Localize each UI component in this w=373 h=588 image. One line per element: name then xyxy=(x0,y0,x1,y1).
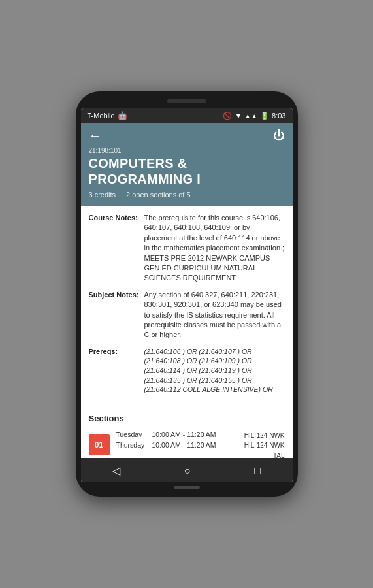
phone-speaker xyxy=(167,99,206,103)
course-meta: 3 credits 2 open sections of 5 xyxy=(89,191,285,199)
phone-frame: T-Mobile 🤖 🚫 ▼ ▲▲ 🔋 8:03 ← ⏻ 21:198:101 … xyxy=(76,91,298,497)
app-header: ← ⏻ 21:198:101 COMPUTERS & PROGRAMMING I… xyxy=(81,123,293,206)
status-right: 🚫 ▼ ▲▲ 🔋 8:03 xyxy=(223,112,285,120)
phone-screen: T-Mobile 🤖 🚫 ▼ ▲▲ 🔋 8:03 ← ⏻ 21:198:101 … xyxy=(81,108,293,482)
carrier-label: T-Mobile xyxy=(88,112,115,120)
section-01-tuesday-room: HIL-124 NWK xyxy=(244,431,285,440)
battery-icon: 🔋 xyxy=(260,112,269,120)
credits-label: 3 credits xyxy=(89,191,116,199)
section-badge-01: 01 xyxy=(89,434,110,455)
nav-recent-button[interactable]: □ xyxy=(244,464,271,478)
section-01-tuesday-day: Tuesday xyxy=(116,430,152,440)
status-left: T-Mobile 🤖 xyxy=(88,111,127,120)
prereqs-text: (21:640:106 ) OR (21:640:107 ) OR (21:64… xyxy=(144,347,285,395)
bottom-nav: ◁ ○ □ xyxy=(81,458,293,482)
section-item[interactable]: 01 Tuesday 10:00 AM - 11:20 AM HIL-124 N… xyxy=(81,426,293,458)
prereqs-row: Prereqs: (21:640:106 ) OR (21:640:107 ) … xyxy=(89,347,285,395)
content-area: Course Notes: The prerequisite for this … xyxy=(81,206,293,458)
carrier-icon: 🤖 xyxy=(118,111,127,120)
home-bar xyxy=(174,486,200,489)
section-01-thursday-time: 10:00 AM - 11:20 AM xyxy=(152,440,244,451)
section-01-tal: TAL xyxy=(116,451,285,458)
notes-section: Course Notes: The prerequisite for this … xyxy=(81,206,293,408)
status-bar: T-Mobile 🤖 🚫 ▼ ▲▲ 🔋 8:03 xyxy=(81,108,293,123)
section-01-thursday-day: Thursday xyxy=(116,440,152,451)
sections-header: Sections xyxy=(81,408,293,426)
time-label: 8:03 xyxy=(272,112,285,120)
power-button[interactable]: ⏻ xyxy=(273,129,285,142)
nav-back-button[interactable]: ◁ xyxy=(102,463,131,478)
course-code: 21:198:101 xyxy=(89,147,285,154)
back-button[interactable]: ← xyxy=(89,128,102,143)
signal-icon: ▲▲ xyxy=(244,112,257,120)
section-01-details: Tuesday 10:00 AM - 11:20 AM HIL-124 NWK … xyxy=(116,430,285,458)
wifi-icon: ▼ xyxy=(235,112,242,120)
section-01-tuesday-time: 10:00 AM - 11:20 AM xyxy=(152,430,244,440)
block-icon: 🚫 xyxy=(223,112,232,120)
nav-home-button[interactable]: ○ xyxy=(174,464,201,478)
subject-notes-label: Subject Notes: xyxy=(89,290,144,340)
course-notes-label: Course Notes: xyxy=(89,213,144,284)
section-01-thursday-row: Thursday 10:00 AM - 11:20 AM HIL-124 NWK xyxy=(116,440,285,451)
section-01-thursday-room: HIL-124 NWK xyxy=(244,440,285,450)
course-notes-text: The prerequisite for this course is 640:… xyxy=(144,213,285,284)
prereqs-label: Prereqs: xyxy=(89,347,144,395)
course-notes-row: Course Notes: The prerequisite for this … xyxy=(89,213,285,284)
subject-notes-row: Subject Notes: Any section of 640:327, 6… xyxy=(89,290,285,340)
header-top-row: ← ⏻ xyxy=(89,128,285,143)
course-title: COMPUTERS & PROGRAMMING I xyxy=(89,155,285,187)
open-sections-label: 2 open sections of 5 xyxy=(126,191,190,199)
section-01-tuesday-row: Tuesday 10:00 AM - 11:20 AM HIL-124 NWK xyxy=(116,430,285,440)
subject-notes-text: Any section of 640:327, 640:211, 220:231… xyxy=(144,290,285,340)
